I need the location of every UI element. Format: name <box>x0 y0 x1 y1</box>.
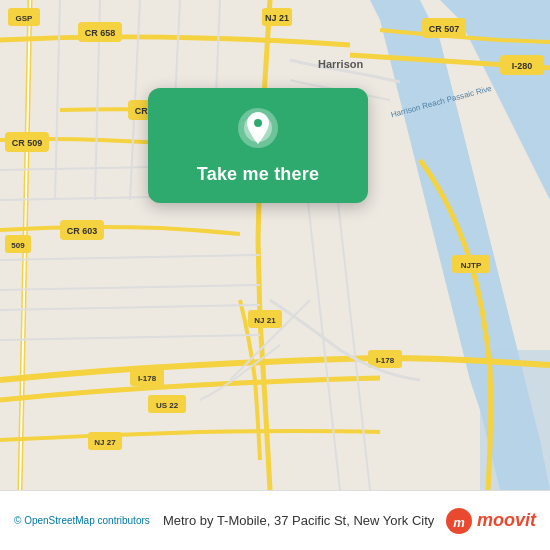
map-svg: CR 658 CR 507 NJ 21 GSP CR 509 509 CR 50… <box>0 0 550 490</box>
svg-point-50 <box>254 119 262 127</box>
bottom-bar: © OpenStreetMap contributors Metro by T-… <box>0 490 550 550</box>
moovit-logo: m moovit <box>445 507 536 535</box>
location-pin-icon <box>236 106 280 150</box>
take-me-there-button[interactable]: Take me there <box>189 160 327 189</box>
svg-text:CR 658: CR 658 <box>85 28 116 38</box>
svg-text:I-280: I-280 <box>512 61 533 71</box>
app: CR 658 CR 507 NJ 21 GSP CR 509 509 CR 50… <box>0 0 550 550</box>
svg-text:NJ 27: NJ 27 <box>94 438 116 447</box>
svg-text:m: m <box>453 515 465 530</box>
popup-card: Take me there <box>148 88 368 203</box>
attribution-text: © OpenStreetMap contributors <box>14 515 150 526</box>
svg-text:CR 507: CR 507 <box>429 24 460 34</box>
map-container: CR 658 CR 507 NJ 21 GSP CR 509 509 CR 50… <box>0 0 550 490</box>
location-label: Metro by T-Mobile, 37 Pacific St, New Yo… <box>160 513 437 528</box>
moovit-icon: m <box>445 507 473 535</box>
moovit-label: moovit <box>477 510 536 531</box>
svg-text:CR 603: CR 603 <box>67 226 98 236</box>
attribution: © OpenStreetMap contributors <box>14 515 152 526</box>
svg-text:US 22: US 22 <box>156 401 179 410</box>
svg-text:I-178: I-178 <box>376 356 395 365</box>
svg-text:Harrison: Harrison <box>318 58 364 70</box>
svg-text:NJ 21: NJ 21 <box>254 316 276 325</box>
svg-text:NJTP: NJTP <box>461 261 482 270</box>
svg-text:GSP: GSP <box>16 14 34 23</box>
svg-text:CR 509: CR 509 <box>12 138 43 148</box>
svg-text:509: 509 <box>11 241 25 250</box>
svg-text:NJ 21: NJ 21 <box>265 13 289 23</box>
svg-text:I-178: I-178 <box>138 374 157 383</box>
